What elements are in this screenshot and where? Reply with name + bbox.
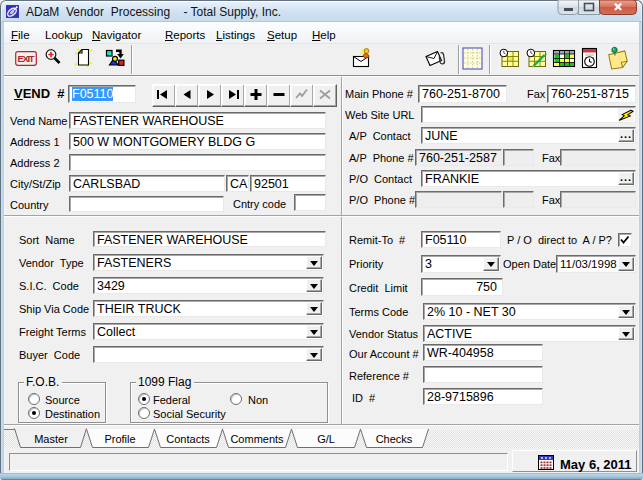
svg-text:Contacts: Contacts [166,433,210,445]
svg-text:Comments: Comments [230,433,284,445]
svg-text:G/L: G/L [317,433,335,445]
svg-text:Master: Master [34,433,68,445]
svg-text:Checks: Checks [376,433,413,445]
svg-text:EXIT: EXIT [18,53,35,64]
svg-text:Profile: Profile [104,433,135,445]
